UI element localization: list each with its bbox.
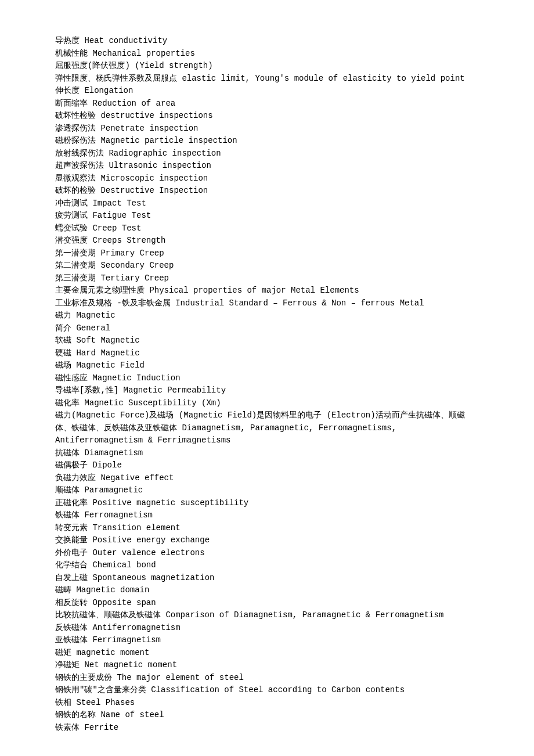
text-line: 屈服强度(降伏强度) (Yield strength) [55,60,479,73]
text-line: 抗磁体 Diamagnetism [55,447,479,460]
text-line: 磁矩 magnetic moment [55,647,479,660]
text-line: 第二潜变期 Secondary Creep [55,260,479,272]
text-line: 顺磁体 Paramagnetic [55,484,479,497]
text-line: 硬磁 Hard Magnetic [55,347,479,360]
text-line: 蠕变试验 Creep Test [55,222,479,235]
text-line: 铁磁体 Ferromagnetism [55,509,479,522]
text-line: 比较抗磁体、顺磁体及铁磁体 Comparison of Diamagnetism… [55,609,479,622]
text-line: 冲击测试 Impact Test [55,197,479,210]
text-line: 钢铁的主要成份 The major element of steel [55,672,479,685]
text-line: 放射线探伤法 Radiographic inspection [55,147,479,160]
text-line: 交换能量 Positive energy exchange [55,534,479,547]
text-line: 磁化率 Magnetic Susceptibility (Xm) [55,397,479,410]
text-line: 自发上磁 Spontaneous magnetization [55,572,479,585]
text-line: 磁力(Magnetic Force)及磁场 (Magnetic Field)是因… [55,409,479,447]
text-line: 磁偶极子 Dipole [55,459,479,472]
text-line: 磁畴 Magnetic domain [55,584,479,597]
text-line: 弹性限度、杨氏弹性系数及屈服点 elastic limit, Young's m… [55,73,479,85]
text-line: 疲劳测试 Fatigue Test [55,210,479,222]
text-line: 导热度 Heat conductivity [55,35,479,48]
text-line: 钢铁的名称 Name of steel [55,709,479,722]
text-line: 简介 General [55,322,479,335]
text-line: 潜变强度 Creeps Strength [55,235,479,247]
document-body: 导热度 Heat conductivity机械性能 Mechanical pro… [55,35,479,734]
text-line: 相反旋转 Opposite span [55,597,479,610]
text-line: 磁场 Magnetic Field [55,359,479,372]
text-line: 磁粉探伤法 Magnetic particle inspection [55,135,479,147]
text-line: 显微观察法 Microscopic inspection [55,172,479,185]
text-line: 磁性感应 Magnetic Induction [55,372,479,385]
text-line: 渗透探伤法 Penetrate inspection [55,123,479,135]
text-line: 钢铁用"碳"之含量来分类 Classification of Steel acc… [55,684,479,697]
text-line: 断面缩率 Reduction of area [55,98,479,110]
text-line: 正磁化率 Positive magnetic susceptibility [55,497,479,510]
text-line: 导磁率[系数,性] Magnetic Permeability [55,384,479,397]
text-line: 破坏性检验 destructive inspections [55,110,479,123]
text-line: 铁相 Steel Phases [55,697,479,710]
text-line: 软磁 Soft Magnetic [55,334,479,347]
text-line: 工业标准及规格 -铁及非铁金属 Industrial Standard – Fe… [55,297,479,310]
text-line: 机械性能 Mechanical properties [55,48,479,60]
text-line: 净磁矩 Net magnetic moment [55,659,479,672]
text-line: 第三潜变期 Tertiary Creep [55,272,479,285]
text-line: 亚铁磁体 Ferrimagnetism [55,634,479,647]
text-line: 破坏的检验 Destructive Inspection [55,185,479,197]
text-line: 负磁力效应 Negative effect [55,472,479,485]
text-line: 超声波探伤法 Ultrasonic inspection [55,160,479,172]
text-line: 铁素体 Ferrite [55,722,479,735]
text-line: 外价电子 Outer valence electrons [55,547,479,560]
text-line: 第一潜变期 Primary Creep [55,247,479,260]
text-line: 化学结合 Chemical bond [55,559,479,572]
text-line: 伸长度 Elongation [55,85,479,98]
text-line: 反铁磁体 Antiferromagnetism [55,622,479,635]
text-line: 磁力 Magnetic [55,309,479,322]
text-line: 主要金属元素之物理性质 Physical properties of major… [55,285,479,297]
text-line: 转变元素 Transition element [55,522,479,535]
